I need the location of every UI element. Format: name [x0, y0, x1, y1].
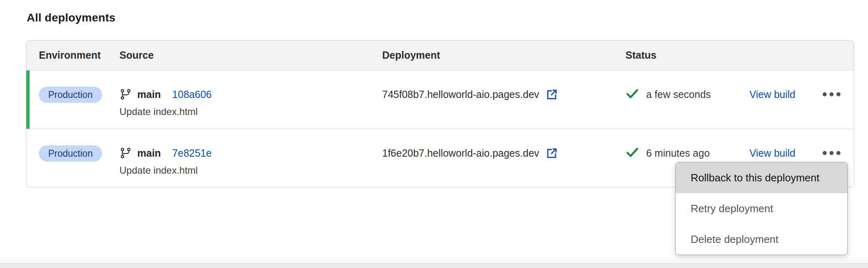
status-time: a few seconds — [646, 89, 711, 100]
deployment-url: 1f6e20b7.helloworld-aio.pages.dev — [382, 147, 539, 159]
column-header-source: Source — [119, 40, 382, 70]
column-header-environment: Environment — [26, 40, 119, 70]
environment-cell: Production — [26, 129, 119, 188]
table-row: Production ma — [26, 70, 854, 129]
deployment-url: 745f08b7.helloworld-aio.pages.dev — [382, 89, 539, 100]
external-link-icon[interactable] — [545, 88, 558, 101]
deployment-cell: 1f6e20b7.helloworld-aio.pages.dev — [382, 129, 625, 188]
external-link-icon[interactable] — [545, 147, 558, 160]
section-divider-fade — [0, 258, 868, 264]
actions-cell: View build — [749, 70, 854, 129]
branch-name: main — [137, 89, 161, 100]
environment-badge: Production — [39, 87, 102, 103]
branch-name: main — [137, 147, 161, 159]
status-cell: a few seconds — [625, 70, 749, 129]
git-branch-icon — [119, 88, 132, 100]
environment-cell: Production — [26, 70, 119, 129]
view-build-link[interactable]: View build — [749, 87, 796, 102]
ellipsis-menu-icon[interactable] — [823, 87, 840, 102]
menu-item-rollback[interactable]: Rollback to this deployment — [676, 162, 847, 193]
view-build-link[interactable]: View build — [749, 145, 796, 161]
check-icon — [625, 145, 639, 161]
ellipsis-menu-icon[interactable] — [823, 145, 840, 161]
status-time: 6 minutes ago — [646, 147, 710, 159]
table-header-row: Environment Source Deployment Status — [26, 40, 854, 70]
git-branch-icon — [119, 147, 132, 159]
environment-badge: Production — [39, 145, 102, 162]
source-cell: main 108a606 Update index.html — [119, 70, 382, 129]
section-below-strip — [0, 264, 868, 268]
column-header-status: Status — [625, 40, 749, 70]
current-deployment-indicator-bar — [26, 70, 30, 129]
deployment-cell: 745f08b7.helloworld-aio.pages.dev — [382, 70, 625, 129]
page-title: All deployments — [27, 11, 115, 24]
row-actions-context-menu: Rollback to this deployment Retry deploy… — [675, 162, 848, 255]
commit-message: Update index.html — [119, 104, 212, 119]
commit-link[interactable]: 7e8251e — [172, 147, 211, 159]
commit-link[interactable]: 108a606 — [172, 89, 211, 100]
source-cell: main 7e8251e Update index.html — [119, 129, 382, 188]
column-header-actions — [749, 40, 854, 70]
commit-message: Update index.html — [119, 163, 212, 178]
menu-item-retry[interactable]: Retry deployment — [676, 193, 847, 224]
column-header-deployment: Deployment — [382, 40, 625, 70]
menu-item-delete[interactable]: Delete deployment — [676, 224, 847, 255]
deployments-page: All deployments Environment Source Deplo… — [0, 0, 868, 268]
check-icon — [625, 87, 639, 102]
